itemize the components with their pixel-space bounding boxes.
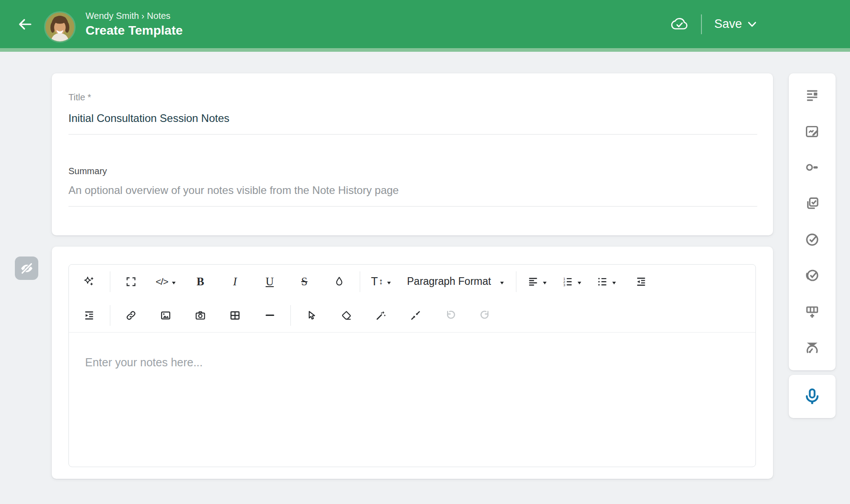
ai-sparkles-button[interactable] bbox=[75, 268, 103, 296]
strikethrough-button[interactable]: S bbox=[290, 268, 318, 296]
template-details-card: Title * Summary bbox=[52, 73, 773, 235]
paragraph-format-label: Paragraph Format bbox=[407, 275, 491, 288]
italic-icon: I bbox=[233, 276, 237, 287]
caret-down-icon bbox=[387, 282, 391, 284]
insert-camera-button[interactable] bbox=[186, 302, 214, 329]
outdent-button[interactable] bbox=[627, 268, 655, 296]
bold-button[interactable]: B bbox=[186, 268, 214, 296]
dictation-card bbox=[789, 375, 836, 418]
sidebar-tool-double-check-circle[interactable] bbox=[789, 257, 836, 293]
ai-sparkles-icon bbox=[83, 275, 95, 288]
back-button[interactable] bbox=[16, 15, 34, 33]
undo-button[interactable] bbox=[436, 302, 464, 329]
page-title: Create Template bbox=[86, 23, 183, 38]
visibility-toggle-button[interactable] bbox=[15, 256, 38, 280]
horizontal-line-button[interactable] bbox=[256, 302, 284, 329]
bold-icon: B bbox=[197, 276, 204, 287]
sidebar-tool-scale[interactable] bbox=[789, 329, 836, 365]
svg-text:3: 3 bbox=[563, 283, 565, 287]
eraser-icon bbox=[340, 310, 352, 321]
toolbar-divider bbox=[516, 271, 516, 292]
title-input[interactable] bbox=[68, 108, 757, 135]
fullscreen-button[interactable] bbox=[117, 268, 145, 296]
save-label: Save bbox=[714, 17, 742, 31]
sidebar-tool-table-add[interactable] bbox=[789, 293, 836, 329]
indent-button[interactable] bbox=[75, 302, 103, 329]
header-titles: Wendy Smith › Notes Create Template bbox=[86, 10, 183, 38]
insert-link-button[interactable] bbox=[117, 302, 145, 329]
droplet-icon bbox=[334, 276, 345, 287]
insert-image-button[interactable] bbox=[152, 302, 180, 329]
tasks-check-icon bbox=[805, 196, 820, 211]
vertical-arrow-icon: ↕ bbox=[379, 277, 383, 287]
text-size-button[interactable]: T↕ bbox=[367, 268, 395, 296]
arrow-left-icon bbox=[18, 17, 33, 32]
redo-button[interactable] bbox=[471, 302, 499, 329]
sidebar-tool-note-summary[interactable] bbox=[789, 77, 836, 113]
avatar[interactable] bbox=[44, 11, 76, 43]
header-accent-strip bbox=[0, 48, 850, 52]
dictation-button[interactable] bbox=[789, 375, 836, 418]
align-icon bbox=[527, 276, 539, 288]
sidebar-tool-check-circle[interactable] bbox=[789, 221, 836, 257]
save-button[interactable]: Save bbox=[714, 17, 756, 31]
collapse-icon bbox=[410, 310, 421, 321]
fullscreen-icon bbox=[125, 276, 137, 288]
horizontal-line-icon bbox=[266, 315, 274, 316]
undo-icon bbox=[444, 309, 457, 321]
chevron-down-icon bbox=[748, 22, 756, 27]
header-divider bbox=[701, 14, 702, 34]
toolbar-divider bbox=[360, 271, 360, 292]
italic-button[interactable]: I bbox=[221, 268, 249, 296]
magic-wand-button[interactable] bbox=[367, 302, 395, 329]
indent-icon bbox=[83, 310, 95, 321]
ordered-list-icon: 1 2 3 bbox=[562, 276, 574, 288]
summary-label: Summary bbox=[68, 166, 107, 176]
select-tool-button[interactable] bbox=[298, 302, 326, 329]
unordered-list-icon bbox=[597, 276, 608, 288]
code-view-button[interactable]: </> bbox=[152, 268, 180, 296]
header: Wendy Smith › Notes Create Template Save bbox=[0, 0, 850, 48]
header-actions: Save bbox=[670, 14, 850, 34]
toolbar-divider bbox=[110, 271, 110, 292]
code-view-icon: </> bbox=[156, 276, 168, 287]
redo-icon bbox=[479, 309, 491, 321]
eraser-button[interactable] bbox=[332, 302, 360, 329]
text-color-button[interactable] bbox=[325, 268, 353, 296]
eye-off-icon bbox=[20, 261, 34, 275]
title-label: Title * bbox=[68, 92, 91, 103]
camera-icon bbox=[194, 310, 206, 321]
caret-down-icon bbox=[500, 282, 504, 284]
edit-note-icon bbox=[805, 124, 820, 139]
key-icon bbox=[805, 160, 820, 175]
sidebar-tool-edit-note[interactable] bbox=[789, 113, 836, 149]
unordered-list-dropdown[interactable] bbox=[592, 268, 620, 296]
check-circle-icon bbox=[805, 232, 820, 247]
ordered-list-dropdown[interactable]: 1 2 3 bbox=[558, 268, 586, 296]
scale-icon bbox=[805, 340, 820, 355]
underline-button[interactable]: U bbox=[256, 268, 284, 296]
collapse-toolbar-button[interactable] bbox=[402, 302, 430, 329]
caret-down-icon bbox=[543, 282, 547, 284]
sidebar-tool-tasks-check[interactable] bbox=[789, 185, 836, 221]
editor-toolbar: </> B I U S T↕ Paragraph Format bbox=[69, 265, 755, 333]
notes-content-area[interactable]: Enter your notes here... bbox=[69, 333, 755, 467]
align-dropdown[interactable] bbox=[523, 268, 551, 296]
link-icon bbox=[125, 310, 137, 321]
note-summary-icon bbox=[805, 88, 820, 103]
summary-input[interactable] bbox=[68, 180, 757, 207]
caret-down-icon bbox=[172, 282, 176, 284]
table-add-icon bbox=[805, 304, 820, 319]
double-check-circle-icon bbox=[805, 268, 820, 283]
rich-text-editor: </> B I U S T↕ Paragraph Format bbox=[68, 264, 756, 467]
cursor-icon bbox=[306, 310, 317, 321]
strikethrough-icon: S bbox=[301, 276, 307, 287]
paragraph-format-dropdown[interactable]: Paragraph Format bbox=[402, 268, 509, 296]
insert-table-button[interactable] bbox=[221, 302, 249, 329]
toolbar-divider bbox=[290, 305, 291, 326]
sidebar-tool-key[interactable] bbox=[789, 149, 836, 185]
notes-editor-card: </> B I U S T↕ Paragraph Format bbox=[52, 247, 773, 479]
notes-placeholder: Enter your notes here... bbox=[85, 356, 203, 369]
breadcrumb[interactable]: Wendy Smith › Notes bbox=[86, 10, 183, 22]
tools-sidebar bbox=[789, 73, 836, 370]
